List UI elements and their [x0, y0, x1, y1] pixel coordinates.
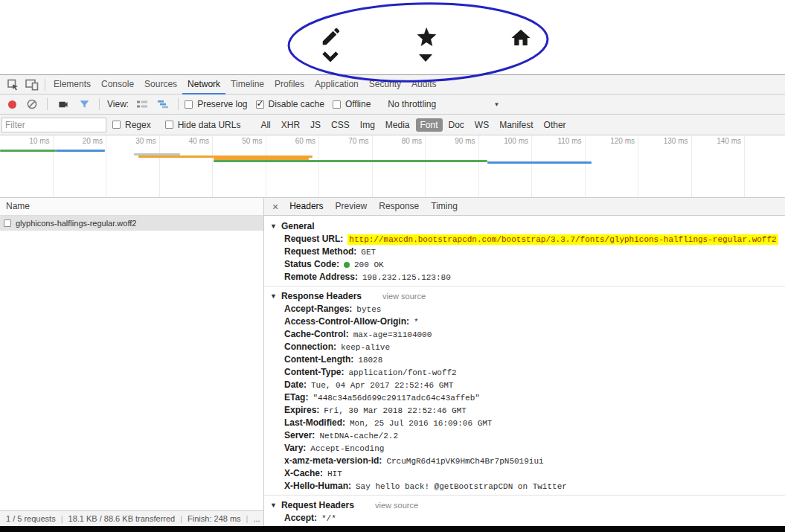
header-name: Vary:	[284, 443, 306, 453]
section-title: Response Headers	[281, 291, 362, 301]
network-toolbar: View: Preserve log Disable cache	[0, 94, 785, 115]
header-name: Status Code:	[284, 259, 339, 269]
resource-type-filter[interactable]: WS	[470, 118, 493, 132]
hide-data-urls-checkbox[interactable]: Hide data URLs	[165, 120, 243, 130]
devtools-tab[interactable]: Network	[182, 75, 225, 94]
detail-tab[interactable]: Timing	[425, 198, 464, 215]
throttling-select[interactable]: No throttling ▼	[388, 99, 499, 109]
checkbox-box[interactable]	[165, 121, 173, 129]
resource-type-filter[interactable]: Media	[381, 118, 414, 132]
requests-panel: Name glyphicons-halflings-regular.woff2 …	[0, 198, 264, 526]
requests-empty-area	[0, 231, 263, 510]
header-line: Accept:*/*	[264, 512, 785, 525]
header-name: X-Cache:	[284, 468, 323, 478]
clear-icon[interactable]	[23, 98, 41, 110]
request-row[interactable]: glyphicons-halflings-regular.woff2	[0, 216, 263, 231]
view-source-link[interactable]: view source	[375, 501, 418, 510]
name-column-header[interactable]: Name	[0, 198, 263, 216]
header-line: Content-Length:18028	[264, 353, 785, 366]
chevron-down-icon[interactable]	[321, 51, 339, 63]
view-source-link[interactable]: view source	[382, 292, 426, 301]
header-line: Server:NetDNA-cache/2.2	[264, 429, 785, 442]
device-toolbar-icon[interactable]	[22, 79, 42, 91]
toolbar-checkbox[interactable]: Preserve log	[185, 99, 249, 109]
edit-icon[interactable]	[320, 25, 342, 48]
checkbox-label: Regex	[125, 120, 151, 130]
resource-type-filter[interactable]: JS	[306, 118, 325, 132]
header-name: Request URL:	[284, 234, 343, 244]
header-value: 198.232.125.123:80	[362, 273, 451, 282]
section-header[interactable]: ▼ Request Headers view source	[264, 498, 785, 512]
header-value: Say hello back! @getBootstrapCDN on Twit…	[356, 482, 567, 491]
detail-tab[interactable]: Headers	[283, 198, 329, 215]
checkbox-box[interactable]	[256, 100, 264, 109]
header-value: Accept-Encoding	[310, 444, 384, 453]
devtools-tab[interactable]: Elements	[48, 75, 96, 94]
checkbox-box[interactable]	[112, 121, 121, 129]
resource-type-filter[interactable]: Img	[356, 118, 379, 132]
star-icon[interactable]	[414, 25, 439, 49]
resource-type-filter[interactable]: XHR	[277, 118, 304, 132]
devtools-tab[interactable]: Security	[364, 75, 406, 94]
close-icon[interactable]: ×	[267, 201, 283, 213]
header-name: Accept-Ranges:	[284, 304, 352, 314]
devtools-tab[interactable]: Sources	[139, 75, 182, 94]
section-header[interactable]: ▼ General	[264, 219, 785, 233]
view-label: View:	[107, 99, 129, 109]
checkbox-label: Disable cache	[269, 99, 324, 109]
resource-type-filter[interactable]: CSS	[327, 118, 354, 132]
checkbox-label: Hide data URLs	[178, 120, 241, 130]
resource-type-filter[interactable]: Manifest	[495, 118, 537, 132]
resource-type-filter[interactable]: Doc	[444, 118, 469, 132]
record-icon[interactable]	[8, 100, 16, 109]
devtools-tab[interactable]: Profiles	[269, 75, 310, 94]
throttling-value: No throttling	[388, 99, 436, 109]
section-header[interactable]: ▼ Response Headers view source	[264, 289, 785, 303]
request-header-items: Accept:*/* Accept-Encoding:gzip, deflate…	[264, 512, 785, 526]
header-name: Content-Length:	[284, 354, 353, 365]
devtools-tab[interactable]: Application	[310, 75, 364, 94]
waterfall-bar	[214, 160, 487, 162]
checkbox-box[interactable]	[185, 100, 193, 109]
header-line: X-Hello-Human:Say hello back! @getBootst…	[264, 480, 785, 493]
inspect-icon[interactable]	[4, 79, 22, 91]
checkbox-box[interactable]	[333, 100, 341, 109]
header-name: Server:	[284, 430, 315, 440]
detail-tab[interactable]: Response	[373, 198, 425, 215]
waterfall-bar	[56, 150, 105, 152]
devtools-tab[interactable]: Audits	[406, 75, 441, 94]
header-value: GET	[361, 248, 376, 257]
filter-funnel-icon[interactable]	[76, 99, 93, 109]
devtools-tabs: ElementsConsoleSourcesNetworkTimelinePro…	[48, 75, 441, 94]
detail-tab[interactable]: Preview	[330, 198, 374, 215]
list-view-icon[interactable]	[133, 99, 151, 109]
home-icon[interactable]	[509, 27, 533, 49]
header-line: ETag:"448c34a56d699c29117adc64c43affeb"	[264, 391, 785, 404]
resource-type-filter[interactable]: Font	[416, 118, 443, 132]
summary-item: 1 / 5 requests	[6, 514, 56, 523]
toolbar-checkbox[interactable]: Disable cache	[256, 99, 326, 109]
request-headers-section: ▼ Request Headers view source Accept:*/*	[264, 498, 785, 526]
overview-view-icon[interactable]	[154, 99, 172, 109]
devtools-tab[interactable]: Console	[96, 75, 139, 94]
header-value: Mon, 25 Jul 2016 16:09:06 GMT	[350, 419, 492, 428]
toolbar-checkboxes: Preserve log Disable cache Offline	[185, 99, 379, 109]
header-value: bytes	[356, 305, 381, 314]
header-line: X-Cache:HIT	[264, 467, 785, 480]
toolbar-checkbox[interactable]: Offline	[333, 99, 372, 109]
header-value: *	[414, 318, 419, 327]
devtools-tab[interactable]: Timeline	[225, 75, 269, 94]
caret-down-icon[interactable]	[417, 53, 434, 63]
general-section: ▼ General Request URL:http://maxcdn.boot…	[264, 219, 785, 283]
resource-type-filter[interactable]: All	[256, 118, 275, 132]
taskbar-edge	[0, 526, 785, 532]
regex-checkbox[interactable]: Regex	[112, 120, 153, 130]
header-value: 18028	[358, 356, 382, 365]
network-overview[interactable]: 10 ms 20 ms 30 ms 40 ms 50 m	[0, 135, 785, 198]
header-value: max-age=31104000	[353, 330, 432, 339]
camera-icon[interactable]	[54, 99, 73, 110]
header-name: Content-Type:	[284, 367, 344, 377]
resource-type-filter[interactable]: Other	[539, 118, 571, 132]
filter-input[interactable]	[1, 118, 106, 132]
detail-tabbar: × HeadersPreviewResponseTiming	[264, 198, 785, 216]
